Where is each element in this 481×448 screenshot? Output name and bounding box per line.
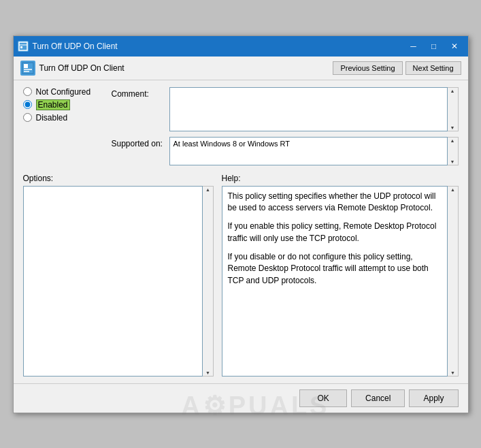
supported-scroll-up[interactable]: ▲ (450, 138, 455, 143)
options-scrollbar[interactable]: ▲ ▼ (203, 186, 213, 377)
help-box: This policy setting specifies whether th… (222, 186, 448, 377)
enabled-label: Enabled (36, 99, 70, 110)
title-bar-controls: ─ □ ✕ (404, 39, 464, 53)
header-buttons: Previous Setting Next Setting (333, 61, 461, 75)
main-window: Turn Off UDP On Client ─ □ ✕ Turn Off UD… (13, 35, 469, 413)
not-configured-radio[interactable] (23, 87, 32, 96)
cancel-button[interactable]: Cancel (351, 389, 405, 407)
left-column: Not Configured Enabled Disabled (23, 87, 112, 171)
scroll-down-arrow[interactable]: ▼ (450, 125, 455, 130)
help-scroll-up[interactable]: ▲ (450, 187, 455, 192)
comment-scrollbar[interactable]: ▲ ▼ (448, 87, 459, 131)
header-icon (20, 61, 35, 76)
apply-button[interactable]: Apply (409, 389, 458, 407)
two-panel-section: Options: ▲ ▼ Help: This policy setting s… (23, 174, 459, 377)
window-title: Turn Off UDP On Client (33, 42, 118, 51)
help-paragraph-2: If you enable this policy setting, Remot… (228, 221, 442, 244)
prev-setting-button[interactable]: Previous Setting (333, 61, 402, 75)
comment-row: Comment: ▲ ▼ (112, 87, 459, 131)
svg-rect-2 (20, 46, 22, 48)
supported-row: Supported on: At least Windows 8 or Wind… (112, 137, 459, 165)
disabled-option[interactable]: Disabled (23, 113, 112, 123)
not-configured-label: Not Configured (36, 87, 91, 97)
help-paragraph-1: This policy setting specifies whether th… (228, 191, 442, 214)
options-scroll-down[interactable]: ▼ (205, 370, 210, 375)
title-bar-left: Turn Off UDP On Client (18, 41, 118, 52)
minimize-button[interactable]: ─ (404, 39, 423, 53)
comment-label: Comment: (112, 87, 169, 99)
enabled-option[interactable]: Enabled (23, 99, 112, 110)
help-panel: Help: This policy setting specifies whet… (222, 174, 459, 377)
supported-scrollbar[interactable]: ▲ ▼ (448, 137, 459, 165)
options-panel: Options: ▲ ▼ (23, 174, 214, 377)
options-scroll-up[interactable]: ▲ (205, 187, 210, 192)
svg-rect-4 (24, 64, 28, 68)
supported-value: At least Windows 8 or Windows RT (169, 137, 448, 165)
options-box (23, 186, 203, 377)
comment-textarea[interactable] (169, 87, 448, 131)
supported-scroll-down[interactable]: ▼ (450, 159, 455, 164)
svg-rect-0 (19, 42, 27, 50)
enabled-radio[interactable] (23, 100, 32, 109)
next-setting-button[interactable]: Next Setting (405, 61, 461, 75)
help-scrollbar[interactable]: ▲ ▼ (448, 186, 458, 377)
help-label: Help: (222, 174, 459, 183)
title-bar: Turn Off UDP On Client ─ □ ✕ (14, 36, 468, 57)
radio-section: Not Configured Enabled Disabled (23, 87, 112, 123)
disabled-label: Disabled (36, 113, 68, 123)
options-panel-with-scroll: ▲ ▼ (23, 186, 214, 377)
header-bar: Turn Off UDP On Client Previous Setting … (14, 57, 468, 80)
bottom-bar: OK Cancel Apply (14, 383, 468, 413)
right-column: Comment: ▲ ▼ Supported on: At least Wind… (112, 87, 459, 171)
header-title: Turn Off UDP On Client (39, 63, 125, 73)
content-area: Not Configured Enabled Disabled Com (14, 80, 468, 383)
close-button[interactable]: ✕ (445, 39, 464, 53)
options-label: Options: (23, 174, 214, 183)
main-layout: Not Configured Enabled Disabled Com (23, 87, 459, 171)
maximize-button[interactable]: □ (425, 39, 444, 53)
help-panel-with-scroll: This policy setting specifies whether th… (222, 186, 459, 377)
supported-field-wrapper: At least Windows 8 or Windows RT ▲ ▼ (169, 137, 459, 165)
window-icon (18, 41, 29, 52)
disabled-radio[interactable] (23, 113, 32, 122)
not-configured-option[interactable]: Not Configured (23, 87, 112, 97)
ok-button[interactable]: OK (299, 389, 347, 407)
header-left: Turn Off UDP On Client (20, 61, 125, 76)
comment-field-wrapper: ▲ ▼ (169, 87, 459, 131)
help-paragraph-3: If you disable or do not configure this … (228, 251, 442, 287)
scroll-up-arrow[interactable]: ▲ (450, 89, 455, 93)
supported-label: Supported on: (112, 137, 169, 148)
help-scroll-down[interactable]: ▼ (450, 370, 455, 375)
